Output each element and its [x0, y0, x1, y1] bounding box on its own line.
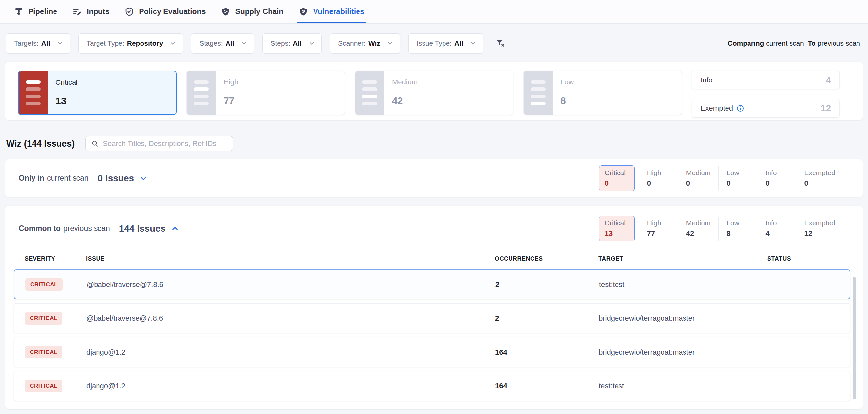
issue-cell: django@1.2 [86, 348, 495, 356]
severity-meter-icon [355, 71, 384, 115]
count-label: Info [765, 219, 788, 227]
search-icon [91, 140, 99, 148]
severity-card-high[interactable]: High 77 [186, 71, 345, 115]
common-section-header: Common to previous scan 144 Issues Criti… [5, 206, 863, 241]
filter-bar: Targets: All Target Type: Repository Sta… [6, 33, 860, 54]
supply-chain-icon [221, 7, 230, 17]
comparing-text: Comparing current scan To previous scan [728, 39, 860, 47]
occurrences-cell: 164 [495, 382, 599, 390]
severity-card-medium[interactable]: Medium 42 [355, 71, 514, 115]
tab-policy-evaluations[interactable]: Policy Evaluations [123, 0, 207, 23]
severity-card-critical[interactable]: Critical 13 [18, 71, 177, 115]
tab-label: Pipeline [28, 7, 57, 16]
severity-badge: CRITICAL [25, 278, 63, 291]
tab-supply-chain[interactable]: Supply Chain [219, 0, 285, 23]
chevron-down-icon [169, 40, 176, 47]
scanner-header-row: Wiz (144 Issues) [6, 136, 863, 151]
issue-cell: @babel/traverse@7.8.6 [86, 314, 495, 323]
filter-steps[interactable]: Steps: All [262, 33, 321, 54]
section-issue-count: 144 Issues [119, 224, 166, 234]
count-value: 0 [686, 179, 711, 187]
severity-card-count: 12 [821, 103, 831, 114]
count-label: High [647, 169, 670, 177]
count-label: Exempted [804, 169, 835, 177]
column-header-target: Target [598, 255, 767, 262]
count-medium: Medium 42 [678, 216, 719, 240]
filter-stages[interactable]: Stages: All [191, 33, 254, 54]
severity-meter-icon [187, 71, 216, 115]
count-label: Info [765, 169, 788, 177]
severity-card-label: Critical [56, 78, 176, 87]
comparing-current-scan: current scan [766, 39, 804, 47]
severity-card-exempted[interactable]: Exempted 12 [692, 99, 840, 118]
filter-target-type[interactable]: Target Type: Repository [79, 33, 183, 54]
filter-label: Scanner: [338, 39, 366, 47]
chevron-down-icon [387, 40, 393, 47]
only-in-current-scan-toggle[interactable]: Only in current scan 0 Issues [19, 173, 148, 184]
search-input[interactable] [103, 139, 227, 148]
severity-counts-row: Critical 13 High 77 Medium 42 Low 8 Info… [599, 215, 843, 241]
filter-label: Stages: [199, 39, 223, 47]
clear-filters-button[interactable] [493, 36, 507, 50]
count-label: Medium [686, 219, 711, 227]
occurrences-cell: 2 [495, 280, 599, 289]
chevron-down-icon[interactable] [139, 174, 148, 183]
occurrences-cell: 164 [495, 348, 599, 356]
count-critical[interactable]: Critical 13 [599, 215, 634, 241]
tab-label: Inputs [87, 7, 109, 16]
count-value: 42 [686, 229, 711, 238]
table-row[interactable]: CRITICAL @babel/traverse@7.8.6 2 bridgec… [14, 303, 850, 333]
tab-pipeline[interactable]: Pipeline [12, 0, 58, 23]
count-value: 8 [726, 229, 749, 238]
filter-label: Issue Type: [416, 39, 452, 47]
issue-search[interactable] [85, 136, 233, 151]
info-icon[interactable] [736, 105, 744, 112]
chevron-down-icon [470, 40, 476, 47]
target-cell: test:test [599, 382, 768, 390]
table-row[interactable]: CRITICAL django@1.2 164 bridgecrewio/ter… [14, 337, 850, 367]
column-header-status: Status [767, 255, 842, 262]
table-row[interactable]: CRITICAL django@1.2 164 test:test [14, 371, 850, 401]
severity-card-count: 13 [56, 95, 176, 107]
tab-vulnerabilities[interactable]: Vulnerabilities [297, 0, 365, 23]
severity-counts-row: Critical 0 High 0 Medium 0 Low 0 Info 0 … [599, 165, 843, 191]
pipeline-icon [14, 7, 24, 17]
severity-side-column: Info 4 Exempted 12 [692, 71, 840, 118]
filter-targets[interactable]: Targets: All [6, 33, 70, 54]
count-label: Critical [605, 219, 629, 227]
column-header-issue: Issue [86, 255, 495, 262]
comparing-label: Comparing [728, 39, 764, 47]
vulnerabilities-icon [299, 7, 308, 17]
table-row[interactable]: CRITICAL @babel/traverse@7.8.6 2 test:te… [14, 269, 850, 299]
filter-value: All [41, 39, 50, 47]
count-critical[interactable]: Critical 0 [599, 165, 634, 191]
section-label: current scan [47, 174, 89, 183]
count-low: Low 8 [718, 216, 757, 240]
chevron-up-icon[interactable] [171, 225, 179, 233]
section-issue-count: 0 Issues [98, 173, 134, 184]
count-value: 0 [605, 179, 629, 187]
vertical-scrollbar[interactable] [852, 277, 856, 399]
severity-meter-icon [19, 71, 48, 114]
severity-summary-panel: Critical 13 High 77 Medium 42 Low 8 [5, 62, 863, 120]
filter-label: Target Type: [87, 39, 124, 47]
filter-value: All [225, 39, 235, 47]
count-label: Exempted [804, 219, 835, 227]
filter-value: All [293, 39, 302, 47]
severity-card-low[interactable]: Low 8 [523, 71, 682, 115]
count-label: Low [726, 219, 749, 227]
section-label-bold: Only in [19, 174, 44, 183]
severity-badge: CRITICAL [25, 346, 62, 358]
count-value: 0 [647, 179, 670, 187]
severity-badge: CRITICAL [25, 380, 62, 392]
severity-card-count: 4 [826, 75, 831, 85]
count-exempted: Exempted 0 [796, 166, 843, 190]
filter-issue-type[interactable]: Issue Type: All [408, 33, 483, 54]
issues-table-header: Severity Issue Occurrences Target Status [5, 255, 863, 262]
filter-scanner[interactable]: Scanner: Wiz [330, 33, 400, 54]
severity-card-info[interactable]: Info 4 [692, 71, 840, 89]
common-to-previous-scan-toggle[interactable]: Common to previous scan 144 Issues [19, 224, 179, 234]
severity-badge: CRITICAL [25, 312, 62, 325]
severity-card-count: 8 [560, 95, 682, 106]
tab-inputs[interactable]: Inputs [71, 0, 111, 23]
